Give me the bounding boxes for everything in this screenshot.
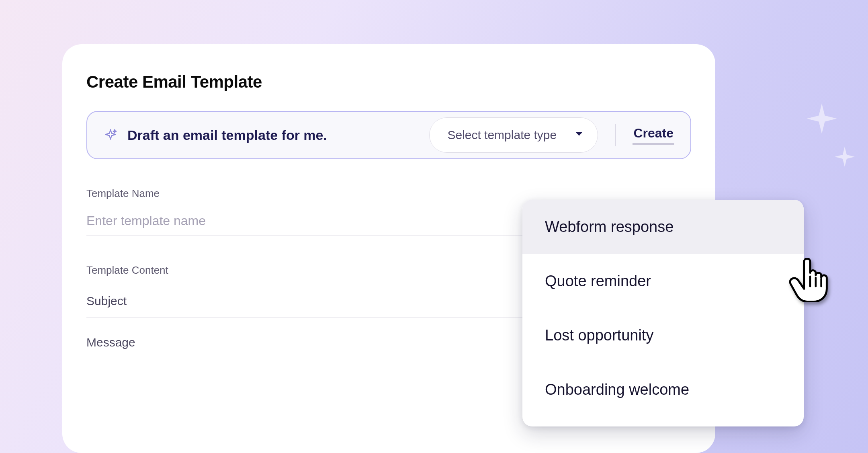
template-type-select[interactable]: Select template type [429, 117, 598, 153]
sparkle-decoration-icon [833, 145, 857, 169]
ai-draft-prompt: Draft an email template for me. [127, 127, 420, 143]
dropdown-item-onboarding-welcome[interactable]: Onboarding welcome [522, 363, 804, 417]
template-name-label: Template Name [86, 187, 691, 200]
sparkle-decoration-icon [804, 100, 840, 137]
dropdown-item-lost-opportunity[interactable]: Lost opportunity [522, 308, 804, 363]
caret-down-icon [575, 131, 583, 139]
dropdown-item-quote-reminder[interactable]: Quote reminder [522, 254, 804, 308]
ai-draft-bar: Draft an email template for me. Select t… [86, 111, 691, 159]
template-type-dropdown: Webform response Quote reminder Lost opp… [522, 200, 804, 426]
page-title: Create Email Template [86, 72, 691, 92]
template-type-placeholder: Select template type [447, 128, 557, 142]
create-button[interactable]: Create [633, 125, 674, 145]
sparkle-icon [103, 128, 118, 142]
dropdown-item-webform-response[interactable]: Webform response [522, 200, 804, 254]
divider [615, 124, 616, 146]
